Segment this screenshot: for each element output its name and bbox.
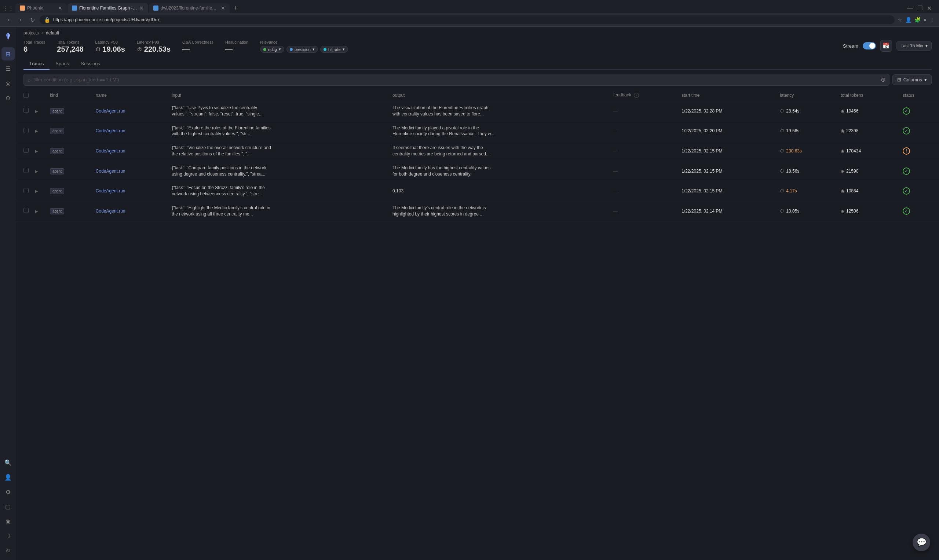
rail-monitor-icon[interactable]: ▢: [2, 500, 15, 513]
filter-settings-icon[interactable]: ⊕: [881, 76, 885, 83]
menu-dots-icon[interactable]: ⋮: [930, 17, 934, 23]
filter-bar: ⌕ ⊕ ⊞ Columns ▾: [16, 70, 939, 89]
tab-dwb2023[interactable]: dwb2023/florentine-families-g... ✕: [149, 3, 230, 13]
tokens-value-1: 22398: [846, 128, 858, 134]
browser-menu-icon[interactable]: ⋮⋮: [3, 3, 13, 13]
forward-button[interactable]: ›: [16, 17, 25, 23]
rail-logout-icon[interactable]: ⎋: [2, 544, 15, 557]
table-row[interactable]: ▶ agent CodeAgent.run {"task": "Visualiz…: [16, 141, 939, 161]
latency-p99-number: 220.53s: [144, 45, 171, 54]
name-link-4[interactable]: CodeAgent.run: [96, 188, 125, 194]
select-all-checkbox[interactable]: [23, 93, 29, 98]
table-row[interactable]: ▶ agent CodeAgent.run {"task": "Use Pyvi…: [16, 101, 939, 121]
expand-button-0[interactable]: ▶: [35, 109, 38, 113]
table-row[interactable]: ▶ agent CodeAgent.run {"task": "Highligh…: [16, 201, 939, 221]
chip-hitrate[interactable]: hit rate ▾: [320, 46, 348, 53]
tab-close-florentine[interactable]: ✕: [139, 6, 144, 11]
avatar-icon[interactable]: ●: [924, 17, 927, 23]
rail-grid-icon[interactable]: ⊞: [2, 47, 15, 60]
name-link-0[interactable]: CodeAgent.run: [96, 108, 125, 114]
close-button[interactable]: ✕: [927, 5, 932, 12]
expand-button-1[interactable]: ▶: [35, 129, 38, 133]
row-checkbox-1[interactable]: [23, 128, 29, 133]
cell-feedback-2: —: [609, 141, 677, 161]
cell-name-3: CodeAgent.run: [91, 161, 167, 181]
th-total-tokens[interactable]: total tokens: [836, 89, 898, 101]
row-checkbox-0[interactable]: [23, 108, 29, 113]
chip-ndcg[interactable]: ndcg ▾: [260, 46, 284, 53]
row-checkbox-2[interactable]: [23, 148, 29, 153]
th-name[interactable]: name: [91, 89, 167, 101]
metric-latency-p50-value: ⏱ 19.06s: [96, 45, 125, 54]
name-link-3[interactable]: CodeAgent.run: [96, 169, 125, 174]
name-link-2[interactable]: CodeAgent.run: [96, 148, 125, 154]
cell-name-0: CodeAgent.run: [91, 101, 167, 121]
url-box[interactable]: 🔒 https://app.phoenix.arize.com/projects…: [40, 15, 894, 24]
table-row[interactable]: ▶ agent CodeAgent.run {"task": "Explore …: [16, 121, 939, 141]
tab-sessions[interactable]: Sessions: [75, 58, 106, 70]
name-link-1[interactable]: CodeAgent.run: [96, 128, 125, 134]
expand-button-4[interactable]: ▶: [35, 189, 38, 193]
table-container[interactable]: kind name input output feedback i start …: [16, 89, 939, 560]
relevance-label: relevance: [260, 40, 348, 45]
th-status[interactable]: status: [898, 89, 939, 101]
expand-button-2[interactable]: ▶: [35, 149, 38, 153]
extension-icon[interactable]: 🧩: [914, 17, 920, 23]
th-feedback[interactable]: feedback i: [609, 89, 677, 101]
filter-input-wrap: ⌕ ⊕: [23, 74, 890, 86]
columns-button[interactable]: ⊞ Columns ▾: [893, 74, 932, 85]
profile-icon[interactable]: 👤: [905, 17, 911, 23]
feedback-info-icon[interactable]: i: [634, 93, 639, 98]
tab-florentine[interactable]: Florentine Families Graph - a Hi ✕: [68, 3, 148, 13]
table-row[interactable]: ▶ agent CodeAgent.run {"task": "Focus on…: [16, 181, 939, 201]
row-checkbox-3[interactable]: [23, 168, 29, 173]
minimize-button[interactable]: —: [907, 5, 913, 11]
refresh-button[interactable]: ↻: [28, 17, 37, 23]
clock-icon-p99: ⏱: [137, 46, 142, 52]
rail-circle-icon[interactable]: ⊙: [2, 91, 15, 105]
chip-precision[interactable]: precision ▾: [287, 46, 318, 53]
rail-moon-icon[interactable]: ☽: [2, 529, 15, 542]
cell-checkbox-2: [16, 141, 31, 161]
tab-close-phoenix[interactable]: ✕: [58, 6, 62, 11]
th-output[interactable]: output: [388, 89, 609, 101]
breadcrumb-projects[interactable]: projects: [23, 31, 39, 35]
table-row[interactable]: ▶ agent CodeAgent.run {"task": "Compare …: [16, 161, 939, 181]
filter-input[interactable]: [33, 77, 878, 83]
calendar-button[interactable]: 📅: [880, 40, 892, 52]
rail-gear-icon[interactable]: ⚙: [2, 485, 15, 498]
th-start-time[interactable]: start time: [677, 89, 776, 101]
rail-alert-icon[interactable]: ◉: [2, 515, 15, 528]
tab-phoenix[interactable]: Phoenix ✕: [15, 3, 67, 13]
th-kind[interactable]: kind: [45, 89, 91, 101]
expand-button-5[interactable]: ▶: [35, 209, 38, 213]
chip-hitrate-label: hit rate: [328, 47, 341, 52]
chat-bubble[interactable]: 💬: [913, 534, 930, 551]
time-selector[interactable]: Last 15 Min ▾: [896, 41, 932, 51]
cell-output-3: The Medici family has the highest centra…: [388, 161, 609, 181]
tab-traces[interactable]: Traces: [23, 58, 49, 70]
cell-start-time-3: 1/22/2025, 02:15 PM: [677, 161, 776, 181]
cell-status-5: ✓: [898, 201, 939, 221]
th-latency[interactable]: latency: [776, 89, 836, 101]
row-checkbox-5[interactable]: [23, 208, 29, 213]
back-button[interactable]: ‹: [5, 17, 13, 23]
name-link-5[interactable]: CodeAgent.run: [96, 209, 125, 214]
tab-spans[interactable]: Spans: [49, 58, 75, 70]
maximize-button[interactable]: ❐: [917, 5, 922, 12]
kind-badge-3: agent: [50, 168, 64, 174]
bookmark-icon[interactable]: ☆: [897, 17, 902, 23]
expand-button-3[interactable]: ▶: [35, 169, 38, 173]
row-checkbox-4[interactable]: [23, 188, 29, 193]
new-tab-button[interactable]: +: [230, 3, 241, 13]
rail-user-icon[interactable]: 👤: [2, 471, 15, 484]
stream-toggle[interactable]: [863, 42, 876, 49]
tab-close-dwb2023[interactable]: ✕: [221, 6, 225, 11]
cell-start-time-5: 1/22/2025, 02:14 PM: [677, 201, 776, 221]
chip-hitrate-chevron: ▾: [342, 47, 345, 52]
rail-target-icon[interactable]: ◎: [2, 77, 15, 90]
rail-list-icon[interactable]: ☰: [2, 62, 15, 75]
rail-search-icon[interactable]: 🔍: [2, 456, 15, 469]
th-input[interactable]: input: [167, 89, 388, 101]
cell-checkbox-3: [16, 161, 31, 181]
